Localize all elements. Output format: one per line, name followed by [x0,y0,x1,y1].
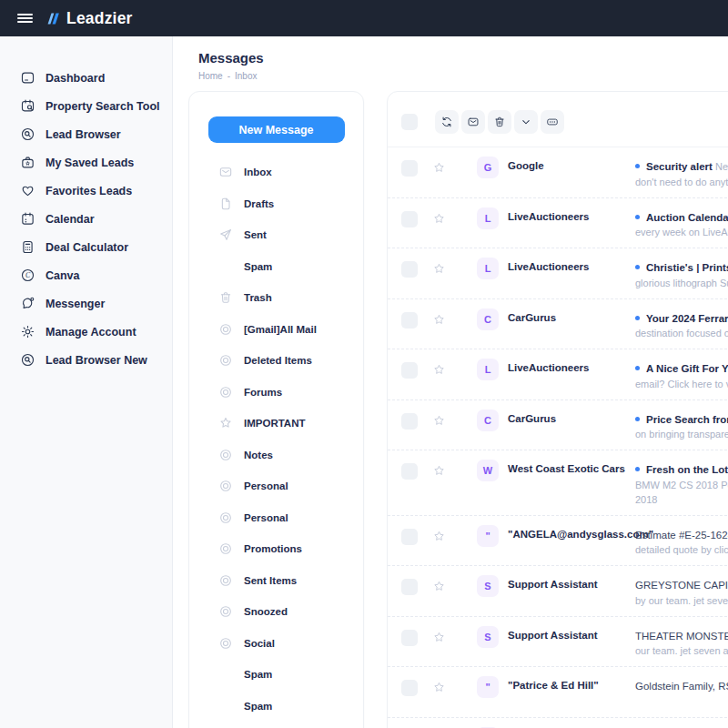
folder-item-spam[interactable]: Spam [189,251,363,283]
star-icon[interactable] [432,414,446,428]
brand[interactable]: Leadzier [45,9,133,28]
folder-item-spam[interactable]: Spam [189,659,363,691]
folder-item-personal[interactable]: Personal [189,502,363,534]
unread-dot [635,467,640,471]
more-icon [546,116,559,128]
double-circle-icon [218,541,233,556]
sidebar-item-deal-calculator[interactable]: Deal Calculator [0,233,172,261]
message-row[interactable]: " "ANGELA@andysglass.com" Estimate #E-25… [388,516,728,567]
star-icon[interactable] [432,161,446,175]
message-checkbox[interactable] [401,312,418,329]
message-row[interactable]: S Support Assistant GREYSTONE CAPITALby … [388,566,728,617]
avatar: L [477,359,499,380]
folder-item-drafts[interactable]: Drafts [189,188,363,220]
folder-item-notes[interactable]: Notes [189,440,363,471]
star-icon[interactable] [432,313,446,327]
message-row[interactable]: L LiveAuctioneers A Nice Gift For Youema… [388,349,728,400]
folder-label: Notes [244,450,273,460]
sidebar-item-my-saved-leads[interactable]: My Saved Leads [0,148,172,177]
no-icon-spacer [218,259,233,274]
folder-item-sent[interactable]: Sent [189,219,363,251]
message-row[interactable]: L LiveAuctioneers Auction Calendar Vever… [388,198,728,249]
trash-icon [493,116,506,128]
sidebar-item-manage-account[interactable]: Manage Account [0,318,172,346]
folder-item-important[interactable]: IMPORTANT [189,408,363,440]
sidebar-item-calendar[interactable]: Calendar [0,205,172,233]
refresh-button[interactable] [435,110,459,134]
message-subject: GREYSTONE CAPITALby our team. jet seven [635,578,728,608]
message-checkbox[interactable] [401,579,418,595]
message-row[interactable]: " "Patrice & Ed Hill" Goldstein Family, … [388,667,728,718]
avatar: C [477,308,499,330]
sidebar-item-label: Favorites Leads [46,185,132,197]
sidebar-item-lead-browser-new[interactable]: Lead Browser New [0,346,172,374]
message-checkbox[interactable] [401,362,418,379]
folder-label: Deleted Items [244,355,312,366]
new-message-button[interactable]: New Message [208,116,345,143]
folder-item-trash[interactable]: Trash [189,282,363,314]
chevron-down-button[interactable] [514,110,538,134]
star-icon[interactable] [432,464,446,478]
star-icon[interactable] [432,580,446,593]
folder-item-sent-items[interactable]: Sent Items [189,565,363,597]
message-row[interactable]: C CarGurus Price Search from Son bringin… [388,400,728,451]
sidebar-item-dashboard[interactable]: Dashboard [0,64,172,92]
calculator-icon [20,239,35,255]
folder-item-social[interactable]: Social [189,628,363,660]
message-subject: Fresh on the Lot: EBMW M2 CS 2018 Po2018 [635,462,728,508]
message-checkbox[interactable] [401,463,418,480]
message-subject: THEATER MONSTERour team. jet seven ac [635,629,728,659]
message-subject: Your 2024 Ferrari Sdestination focused o [635,311,728,341]
message-checkbox[interactable] [401,261,418,278]
sidebar-item-messenger[interactable]: Messenger [0,289,172,318]
star-icon[interactable] [432,363,446,377]
sidebar-item-label: Lead Browser [46,128,121,141]
message-subject: Goldstein Family, RSV [635,679,728,694]
sidebar-item-property-search-tool[interactable]: Property Search Tool [0,92,172,120]
message-checkbox[interactable] [401,211,418,228]
folder-item-deleted-items[interactable]: Deleted Items [189,345,363,377]
folder-item-spam[interactable]: Spam [189,691,363,723]
message-sender: West Coast Exotic Cars [508,462,635,476]
sidebar-item-favorites-leads[interactable]: Favorites Leads [0,177,172,205]
heart-icon [20,183,35,198]
message-row[interactable]: J JET SEVEN ACCOUNTING Invoice 3056 from… [388,718,728,728]
trash-button[interactable] [488,110,511,134]
message-row[interactable]: C CarGurus Your 2024 Ferrari Sdestinatio… [388,299,728,350]
folder-item-personal[interactable]: Personal [189,470,363,502]
select-all-checkbox[interactable] [401,114,418,130]
folder-item-gmail-all-mail[interactable]: [Gmail]All Mail [189,314,363,346]
envelope-button[interactable] [461,110,485,134]
message-checkbox[interactable] [401,160,418,177]
star-icon[interactable] [432,631,446,644]
message-row[interactable]: L LiveAuctioneers Christie's | Prints ag… [388,248,728,299]
folder-item-inbox[interactable]: Inbox [189,157,363,188]
avatar: S [477,575,499,597]
star-icon[interactable] [432,681,446,694]
message-checkbox[interactable] [401,529,418,545]
message-row[interactable]: S Support Assistant THEATER MONSTERour t… [388,617,728,668]
double-circle-icon [218,448,233,462]
send-icon [218,228,233,242]
star-icon[interactable] [432,212,446,226]
more-button[interactable] [541,110,564,134]
message-checkbox[interactable] [401,630,418,646]
menu-icon[interactable] [17,11,33,25]
breadcrumb-home[interactable]: Home [198,71,223,81]
folder-item-forums[interactable]: Forums [189,377,363,409]
message-sender: Google [508,159,635,173]
message-list-panel: G Google Security alert Newdon't need to… [387,91,728,728]
message-row[interactable]: G Google Security alert Newdon't need to… [388,147,728,198]
star-icon[interactable] [432,262,446,276]
sidebar-item-label: Calendar [46,213,95,226]
message-checkbox[interactable] [401,680,418,696]
sidebar-item-canva[interactable]: Canva [0,261,172,289]
folder-item-promotions[interactable]: Promotions [189,533,363,565]
folder-item-snoozed[interactable]: Snoozed [189,596,363,628]
sidebar-item-lead-browser[interactable]: Lead Browser [0,120,172,148]
sidebar-item-label: My Saved Leads [46,157,134,169]
message-row[interactable]: W West Coast Exotic Cars Fresh on the Lo… [388,450,728,516]
message-checkbox[interactable] [401,413,418,430]
folder-label: Sent Items [244,575,297,586]
star-icon[interactable] [432,530,446,543]
